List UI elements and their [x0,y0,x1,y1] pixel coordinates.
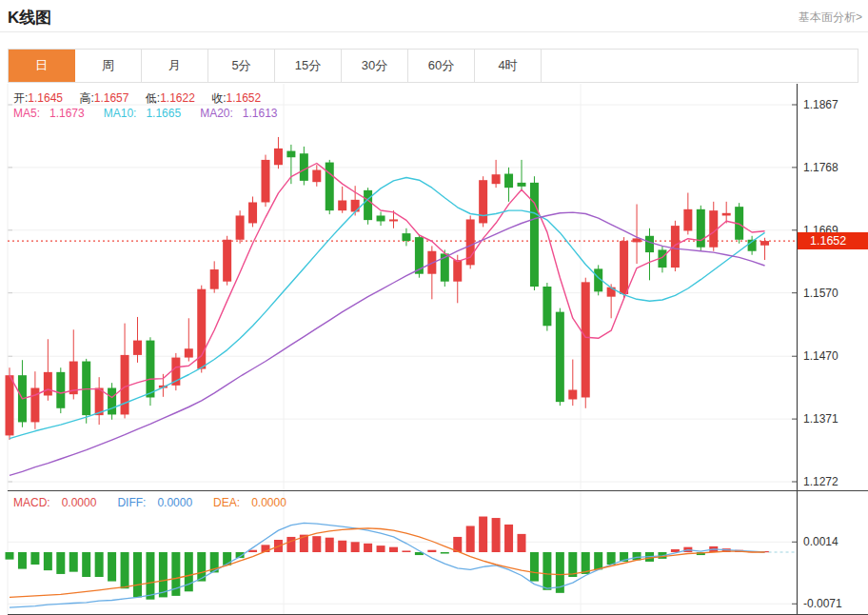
macd-label: MACD: [13,496,50,509]
price-axis-label: 1.1470 [803,349,838,363]
tab-5min[interactable]: 5分 [208,50,275,82]
macd-readout: MACD:0.0000 DIFF:0.0000 DEA:0.0000 [13,496,298,509]
high-label: 高: [79,91,93,105]
price-axis-label: 1.1570 [803,287,838,300]
dea-label: DEA: [213,496,240,509]
page-title: K线图 [8,7,51,29]
tab-week[interactable]: 周 [75,50,142,82]
dea-value: 0.0000 [251,496,286,509]
header-divider [0,31,868,32]
price-axis-label: 1.1272 [803,475,838,488]
current-price-marker: 1.1652 [798,232,868,249]
tab-30min[interactable]: 30分 [342,50,408,82]
ma20-label: MA20: [200,107,233,120]
period-tabbar: 日 周 月 5分 15分 30分 60分 4时 [8,49,858,83]
low-value: 1.1622 [160,91,195,105]
open-value: 1.1645 [28,91,63,105]
open-label: 开: [13,91,28,105]
low-label: 低: [146,91,160,105]
tab-15min[interactable]: 15分 [275,50,342,82]
close-label: 收: [211,91,226,105]
ma10-value: 1.1665 [146,107,181,120]
high-value: 1.1657 [94,91,129,105]
tab-60min[interactable]: 60分 [408,50,475,82]
ohlc-readout: 开:1.1645 高:1.1657 低:1.1622 收:1.1652 [13,90,274,107]
fundamental-analysis-link[interactable]: 基本面分析> [799,10,862,26]
tab-month[interactable]: 月 [142,50,208,82]
macd-axis-label: 0.0014 [803,535,838,548]
price-axis-label: 1.1867 [803,98,838,111]
macd-value: 0.0000 [62,496,97,509]
price-axis-label: 1.1371 [803,412,838,426]
macd-axis-label: -0.0071 [803,597,842,610]
tab-day[interactable]: 日 [9,50,75,82]
close-value: 1.1652 [227,91,262,105]
tab-4hour[interactable]: 4时 [475,50,542,82]
price-axis-label: 1.1768 [803,161,838,174]
tabbar-filler [542,50,858,82]
kline-page: { "page": { "title": "K线图", "analysis_li… [0,0,868,615]
ma10-label: MA10: [104,107,137,120]
ma-readout: MA5:1.1673 MA10:1.1665 MA20:1.1613 [13,107,287,120]
diff-value: 0.0000 [157,496,192,509]
ma20-value: 1.1613 [243,107,278,120]
diff-label: DIFF: [117,496,146,509]
ma5-value: 1.1673 [49,107,85,120]
ma5-label: MA5: [13,107,40,120]
